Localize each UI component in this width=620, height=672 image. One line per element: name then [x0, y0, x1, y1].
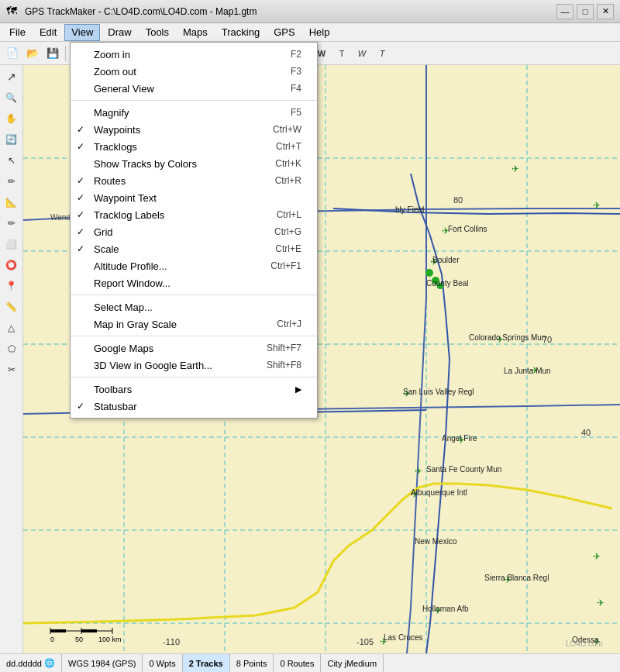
svg-text:✈: ✈ [597, 598, 604, 608]
svg-text:County Beal: County Beal [426, 279, 468, 288]
menu-help[interactable]: Help [303, 24, 336, 41]
menu-toolbars[interactable]: Toolbars ▶ [71, 381, 317, 398]
title-text: GPS TrackMaker - C:\LO4D.com\LO4D.com - … [25, 6, 556, 17]
menu-magnify[interactable]: Magnify F5 [71, 104, 317, 121]
edit-tool[interactable]: ✏ [2, 213, 22, 233]
arrow-tool[interactable]: ↗ [2, 67, 22, 87]
window-controls[interactable]: — □ ✕ [556, 4, 614, 19]
svg-text:Boulder: Boulder [432, 256, 460, 264]
svg-text:✈: ✈ [593, 200, 601, 211]
rotate-tool[interactable]: 🔄 [2, 129, 22, 150]
ruler-tool[interactable]: 📏 [2, 297, 22, 317]
sep-c [71, 336, 317, 336]
circle-tool[interactable]: ⭕ [2, 255, 22, 275]
menu-tools[interactable]: Tools [140, 24, 175, 41]
measure-tool[interactable]: 📐 [2, 192, 22, 212]
open-button[interactable]: 📂 [23, 44, 42, 63]
menu-tracklogs[interactable]: ✓ Tracklogs Ctrl+T [71, 138, 317, 155]
svg-text:Colorado Springs Mun: Colorado Springs Mun [469, 333, 546, 342]
tracks-count: 2 Tracks [183, 654, 230, 672]
menu-report-window[interactable]: Report Window... [71, 274, 317, 291]
datum-display: WGS 1984 (GPS) [62, 654, 143, 672]
menu-routes[interactable]: ✓ Routes Ctrl+R [71, 172, 317, 189]
general-view-shortcut: F4 [291, 83, 301, 94]
svg-text:Las Cruces: Las Cruces [384, 633, 423, 642]
menu-scale[interactable]: ✓ Scale Ctrl+E [71, 240, 317, 257]
save-button[interactable]: 💾 [43, 44, 62, 63]
text-btn3[interactable]: W [353, 44, 371, 63]
maximize-button[interactable]: □ [577, 4, 594, 19]
waypoint-tool[interactable]: 📍 [2, 276, 22, 296]
menu-google-earth[interactable]: 3D View in Google Earth... Shift+F8 [71, 357, 317, 374]
menu-file[interactable]: File [3, 24, 32, 41]
menu-zoom-in[interactable]: Zoom in F2 [71, 46, 317, 63]
magnify-shortcut: F5 [291, 107, 301, 118]
menu-select-map[interactable]: Select Map... [71, 298, 317, 315]
close-button[interactable]: ✕ [597, 4, 614, 19]
text-btn2[interactable]: T [332, 44, 351, 63]
menu-waypoints[interactable]: ✓ Waypoints Ctrl+W [71, 121, 317, 138]
show-tracks-colors-shortcut: Ctrl+K [275, 158, 301, 169]
left-toolbar: ↗ 🔍 ✋ 🔄 ↖ ✏ 📐 ✏ ⬜ ⭕ 📍 📏 △ ⬠ ✂ [0, 65, 23, 653]
menu-view[interactable]: View [64, 24, 100, 41]
altitude-profile-shortcut: Ctrl+F1 [270, 260, 301, 271]
svg-text:Albuquerque Intl: Albuquerque Intl [411, 488, 467, 497]
report-window-label: Report Window... [94, 277, 170, 289]
grid-check: ✓ [77, 226, 84, 237]
waypoints-check: ✓ [77, 124, 84, 135]
google-earth-label: 3D View in Google Earth... [94, 360, 212, 371]
triangle-tool[interactable]: △ [2, 318, 22, 338]
coords-display: dd.ddddd 🌐 [0, 654, 62, 672]
menu-edit[interactable]: Edit [33, 24, 63, 41]
zoom-in-shortcut: F2 [291, 49, 301, 60]
menu-gps[interactable]: GPS [267, 24, 301, 41]
menu-general-view[interactable]: General View F4 [71, 80, 317, 97]
svg-text:0: 0 [50, 636, 54, 643]
scissors-tool[interactable]: ✂ [2, 360, 22, 380]
routes-count: 0 Routes [274, 654, 321, 672]
select-map-label: Select Map... [94, 302, 153, 313]
svg-text:La Junta Mun: La Junta Mun [504, 367, 551, 375]
menu-altitude-profile[interactable]: Altitude Profile... Ctrl+F1 [71, 257, 317, 274]
menu-statusbar[interactable]: ✓ Statusbar [71, 398, 317, 415]
menu-maps[interactable]: Maps [177, 24, 214, 41]
svg-text:Holloman Afb: Holloman Afb [422, 605, 469, 613]
menu-zoom-out[interactable]: Zoom out F3 [71, 63, 317, 80]
svg-text:Angel Fire: Angel Fire [442, 434, 477, 443]
menu-tracking[interactable]: Tracking [215, 24, 266, 41]
app-icon: 🗺 [6, 5, 20, 19]
svg-text:✈: ✈ [512, 164, 519, 174]
waypoints-label: Waypoints [94, 124, 140, 136]
general-view-label: General View [94, 83, 154, 95]
svg-text:80: 80 [453, 195, 463, 205]
text-btn4[interactable]: T [373, 44, 391, 63]
scale-shortcut: Ctrl+E [275, 243, 301, 254]
status-bar: dd.ddddd 🌐 WGS 1984 (GPS) 0 Wpts 2 Track… [0, 653, 620, 672]
menu-tracklog-labels[interactable]: ✓ Tracklog Labels Ctrl+L [71, 206, 317, 223]
svg-point-36 [425, 269, 433, 277]
menu-waypoint-text[interactable]: ✓ Waypoint Text [71, 189, 317, 206]
points-count: 8 Points [230, 654, 274, 672]
polygon-tool[interactable]: ⬠ [2, 339, 22, 359]
svg-text:-110: -110 [163, 637, 180, 646]
google-earth-shortcut: Shift+F8 [267, 360, 301, 370]
svg-text:Santa Fe County Mun: Santa Fe County Mun [426, 465, 501, 474]
sep-b [71, 295, 317, 295]
zoom-in-tool[interactable]: 🔍 [2, 88, 22, 108]
svg-text:New Mexico: New Mexico [415, 537, 457, 546]
select-tool[interactable]: ↖ [2, 150, 22, 171]
statusbar-check: ✓ [77, 401, 84, 412]
menu-draw[interactable]: Draw [102, 24, 137, 41]
rect-tool[interactable]: ⬜ [2, 234, 22, 254]
pan-tool[interactable]: ✋ [2, 109, 22, 129]
waypoints-shortcut: Ctrl+W [273, 124, 301, 135]
menu-map-gray-scale[interactable]: Map in Gray Scale Ctrl+J [71, 315, 317, 333]
draw-tool[interactable]: ✏ [2, 171, 22, 191]
new-button[interactable]: 📄 [3, 44, 22, 63]
minimize-button[interactable]: — [556, 4, 574, 19]
menu-google-maps[interactable]: Google Maps Shift+F7 [71, 339, 317, 357]
map-gray-scale-shortcut: Ctrl+J [277, 319, 301, 329]
menu-show-tracks-colors[interactable]: Show Tracks by Colors Ctrl+K [71, 155, 317, 172]
menu-grid[interactable]: ✓ Grid Ctrl+G [71, 223, 317, 240]
waypoints-count: 0 Wpts [143, 654, 182, 672]
